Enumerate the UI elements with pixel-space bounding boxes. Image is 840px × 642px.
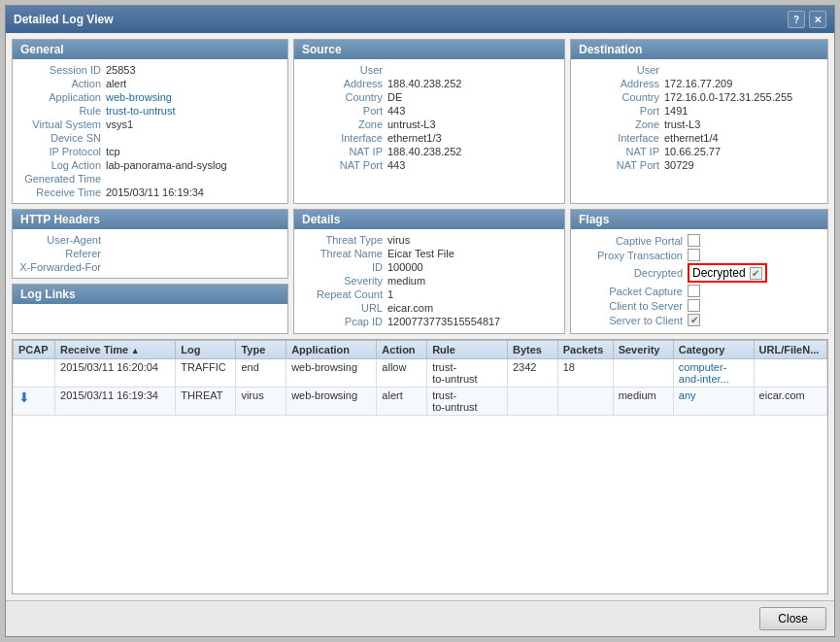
label-session-id: Session ID	[18, 64, 106, 76]
cell-rule-1: trust-to-untrust	[427, 388, 508, 416]
field-virtual-system: Virtual System vsys1	[18, 118, 282, 131]
col-header-log[interactable]: Log	[176, 341, 236, 359]
details-body: Threat Type virus Threat Name Eicar Test…	[294, 229, 564, 332]
dialog-footer: Close	[6, 600, 834, 636]
log-links-header: Log Links	[13, 285, 287, 304]
value-src-address: 188.40.238.252	[387, 78, 461, 89]
field-application: Application web-browsing	[18, 90, 282, 104]
col-header-receive-time[interactable]: Receive Time	[55, 341, 176, 359]
cell-action-0: allow	[377, 359, 427, 388]
decrypted-label-text: Decrypted	[692, 266, 746, 280]
value-repeat-count: 1	[387, 288, 393, 300]
flag-client-to-server: Client to Server	[577, 298, 822, 313]
cell-type-1: virus	[236, 388, 286, 416]
field-dst-country: Country 172.16.0.0-172.31.255.255	[577, 90, 822, 104]
label-src-port: Port	[300, 105, 387, 117]
field-dst-nat-ip: NAT IP 10.66.25.77	[577, 145, 822, 158]
log-table: PCAP Receive Time Log Type Application A…	[12, 339, 828, 594]
middle-panels: HTTP Headers User-Agent Referer X-Forwar…	[12, 209, 828, 334]
field-src-address: Address 188.40.238.252	[300, 77, 558, 90]
field-x-forwarded-for: X-Forwarded-For	[18, 260, 282, 274]
label-ip-protocol: IP Protocol	[18, 146, 106, 157]
label-receive-time: Receive Time	[18, 186, 106, 198]
cell-time-1: 2015/03/11 16:19:34	[55, 388, 176, 416]
log-links-body	[13, 304, 287, 333]
checkbox-packet-capture[interactable]	[688, 285, 700, 297]
field-referer: Referer	[18, 247, 282, 260]
col-header-action[interactable]: Action	[377, 341, 427, 359]
checkbox-server-to-client[interactable]: ✔	[688, 314, 700, 326]
cell-bytes-0: 2342	[507, 359, 557, 388]
cell-severity-0	[613, 359, 673, 388]
col-header-application[interactable]: Application	[286, 341, 377, 359]
cell-bytes-1	[507, 388, 557, 416]
col-header-type[interactable]: Type	[236, 341, 286, 359]
label-client-to-server: Client to Server	[581, 300, 688, 312]
col-header-bytes[interactable]: Bytes	[507, 341, 557, 359]
col-header-category[interactable]: Category	[673, 341, 754, 359]
log-links-panel: Log Links	[12, 284, 288, 334]
value-receive-time: 2015/03/11 16:19:34	[106, 186, 204, 198]
cell-category-1: any	[673, 388, 754, 416]
details-header: Details	[294, 210, 564, 229]
source-body: User Address 188.40.238.252 Country DE P…	[294, 59, 564, 176]
label-dst-user: User	[577, 64, 664, 76]
cell-app-1: web-browsing	[286, 388, 377, 416]
pcap-download-icon[interactable]: ⬇	[18, 389, 30, 405]
value-rule: trust-to-untrust	[106, 105, 176, 117]
label-captive-portal: Captive Portal	[581, 235, 688, 247]
field-device-sn: Device SN	[18, 131, 282, 145]
value-dst-port: 1491	[664, 105, 688, 117]
value-action: alert	[106, 78, 126, 89]
label-proxy-transaction: Proxy Transaction	[581, 250, 688, 261]
value-dst-nat-ip: 10.66.25.77	[664, 146, 721, 157]
cell-pcap-0	[14, 359, 55, 388]
flag-captive-portal: Captive Portal	[577, 233, 822, 248]
label-device-sn: Device SN	[18, 132, 106, 144]
close-button[interactable]: Close	[759, 607, 826, 630]
value-dst-zone: trust-L3	[664, 118, 700, 130]
cell-log-1: THREAT	[176, 388, 236, 416]
checkbox-decrypted[interactable]: ✔	[750, 267, 762, 280]
col-header-rule[interactable]: Rule	[427, 341, 508, 359]
table-row: 2015/03/11 16:20:04 TRAFFIC end web-brow…	[14, 359, 827, 388]
help-icon[interactable]: ?	[788, 11, 805, 28]
flag-decrypted: Decrypted Decrypted ✔	[577, 262, 822, 284]
field-generated-time: Generated Time	[18, 172, 282, 186]
label-virtual-system: Virtual System	[18, 118, 106, 130]
value-threat-name: Eicar Test File	[387, 248, 454, 259]
value-id: 100000	[387, 261, 423, 273]
field-dst-address: Address 172.16.77.209	[577, 77, 822, 90]
cell-action-1: alert	[377, 388, 427, 416]
cell-severity-1: medium	[613, 388, 673, 416]
label-dst-country: Country	[577, 91, 664, 103]
field-log-action: Log Action lab-panorama-and-syslog	[18, 158, 282, 172]
field-src-country: Country DE	[300, 90, 558, 104]
value-dst-country: 172.16.0.0-172.31.255.255	[664, 91, 792, 103]
col-header-packets[interactable]: Packets	[557, 341, 613, 359]
value-ip-protocol: tcp	[106, 146, 120, 157]
general-body: Session ID 25853 Action alert Applicatio…	[13, 59, 287, 203]
dialog-content: General Session ID 25853 Action alert Ap…	[6, 33, 834, 600]
label-packet-capture: Packet Capture	[581, 286, 688, 297]
flag-packet-capture: Packet Capture	[577, 284, 822, 298]
checkbox-client-to-server[interactable]	[688, 299, 700, 312]
value-dst-address: 172.16.77.209	[664, 78, 732, 89]
close-icon[interactable]: ✕	[809, 11, 826, 28]
label-rule: Rule	[18, 105, 106, 117]
details-panel: Details Threat Type virus Threat Name Ei…	[293, 209, 565, 334]
label-threat-type: Threat Type	[300, 234, 387, 246]
field-dst-zone: Zone trust-L3	[577, 118, 822, 131]
destination-body: User Address 172.16.77.209 Country 172.1…	[571, 59, 827, 176]
checkbox-captive-portal[interactable]	[688, 234, 700, 247]
col-header-url[interactable]: URL/FileN...	[754, 341, 826, 359]
value-dst-interface: ethernet1/4	[664, 132, 719, 144]
col-header-severity[interactable]: Severity	[613, 341, 673, 359]
label-src-nat-ip: NAT IP	[300, 146, 387, 157]
field-src-port: Port 443	[300, 104, 558, 118]
label-dst-zone: Zone	[577, 118, 664, 130]
value-pcap-id: 1200773773515554817	[387, 316, 500, 327]
checkbox-proxy-transaction[interactable]	[688, 249, 700, 261]
col-header-pcap[interactable]: PCAP	[14, 341, 55, 359]
label-src-zone: Zone	[300, 118, 387, 130]
